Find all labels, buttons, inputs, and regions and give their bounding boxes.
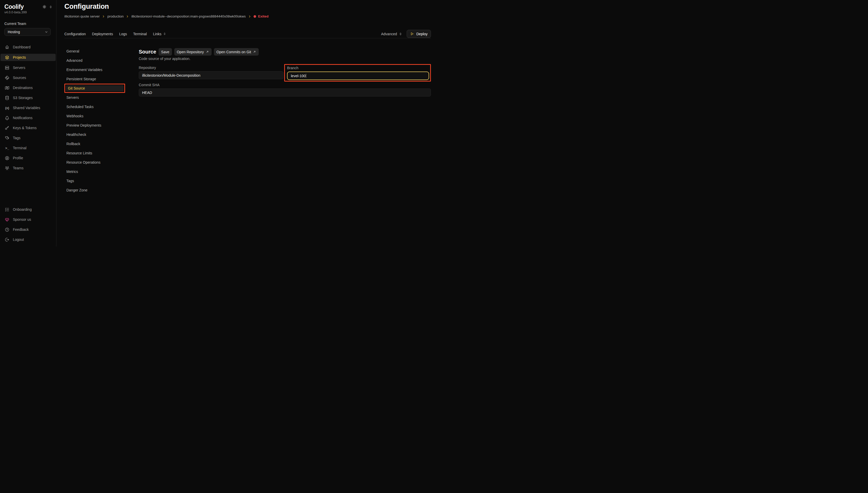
- sidebar-item-label: S3 Storages: [13, 96, 33, 100]
- tab-logs[interactable]: Logs: [119, 32, 127, 36]
- tab-deployments[interactable]: Deployments: [92, 32, 113, 36]
- tab-terminal[interactable]: Terminal: [133, 32, 147, 36]
- sidebar-item-notifications[interactable]: Notifications: [1, 114, 56, 121]
- sidebar-item-projects[interactable]: Projects: [1, 54, 56, 61]
- teams-icon: [5, 166, 9, 171]
- key-icon: [5, 126, 9, 130]
- subnav-item-danger-zone[interactable]: Danger Zone: [64, 187, 125, 193]
- team-select-value: Hosting: [8, 30, 20, 34]
- chevron-right-icon: [248, 15, 251, 18]
- app-window: Coolify v4.0.0-beta.399 Current Team Hos…: [0, 0, 434, 246]
- sidebar-item-sources[interactable]: Sources: [1, 74, 56, 81]
- tags-icon: [5, 135, 9, 141]
- sidebar-item-teams[interactable]: Teams: [1, 165, 56, 171]
- brand-row: Coolify: [0, 0, 56, 10]
- breadcrumb-item[interactable]: illicitonion quote server: [64, 15, 100, 18]
- tab-links[interactable]: Links: [153, 32, 166, 36]
- page-title: Configuration: [64, 3, 431, 10]
- subnav-item-advanced[interactable]: Advanced: [64, 57, 125, 64]
- advanced-menu-label: Advanced: [381, 32, 397, 36]
- subnav-item-git-source[interactable]: Git Source: [66, 85, 124, 91]
- tab-bar: ConfigurationDeploymentsLogsTerminalLink…: [64, 30, 431, 38]
- source-heading: Source: [139, 49, 156, 55]
- subnav-item-resource-limits[interactable]: Resource Limits: [64, 150, 125, 156]
- sidebar-item-label: Sources: [13, 76, 26, 80]
- sidebar-item-label: Tags: [13, 136, 21, 140]
- chevron-right-icon: [102, 15, 105, 18]
- server-icon: [5, 65, 9, 70]
- subnav-item-servers[interactable]: Servers: [64, 94, 125, 101]
- sidebar-item-label: Sponsor us: [13, 217, 31, 221]
- sidebar-item-s3-storages[interactable]: S3 Storages: [1, 94, 56, 101]
- sidebar: Coolify v4.0.0-beta.399 Current Team Hos…: [0, 0, 56, 246]
- deploy-button-label: Deploy: [416, 32, 427, 36]
- status-label: Exited: [258, 15, 269, 18]
- subnav-item-metrics[interactable]: Metrics: [64, 169, 125, 175]
- sidebar-item-label: Destinations: [13, 86, 33, 90]
- sidebar-item-dashboard[interactable]: Dashboard: [1, 44, 56, 50]
- bell-icon: [5, 115, 9, 121]
- sidebar-item-feedback[interactable]: Feedback: [1, 226, 56, 233]
- commit-sha-input[interactable]: HEAD: [139, 88, 431, 97]
- database-icon: [5, 95, 9, 100]
- sidebar-item-label: Feedback: [13, 228, 28, 232]
- layers-icon: [5, 55, 9, 60]
- subnav-item-tags[interactable]: Tags: [64, 178, 125, 184]
- git-source-section: Source Save Open Repository Open Commits…: [139, 48, 431, 193]
- sidebar-item-onboarding[interactable]: Onboarding: [1, 206, 56, 213]
- open-commits-button[interactable]: Open Commits on Git: [214, 48, 259, 56]
- team-select[interactable]: Hosting: [4, 28, 51, 36]
- subnav-item-environment-variables[interactable]: Environment Variables: [64, 67, 125, 73]
- external-link-icon: [253, 50, 256, 53]
- breadcrumb-item[interactable]: illicitestonion/-module--decomposition:m…: [131, 15, 246, 18]
- config-subnav: GeneralAdvancedEnvironment VariablesPers…: [64, 48, 125, 193]
- sidebar-item-terminal[interactable]: >_Terminal: [1, 145, 56, 151]
- sidebar-item-sponsor-us[interactable]: Sponsor us: [1, 216, 56, 223]
- tabbar-divider: [64, 38, 431, 38]
- sidebar-nav: DashboardProjectsServersSourcesDestinati…: [0, 44, 56, 171]
- branch-input-value: level-100: [291, 74, 305, 78]
- subnav-item-healthcheck[interactable]: Healthcheck: [64, 131, 125, 138]
- tab-configuration[interactable]: Configuration: [64, 32, 86, 36]
- sidebar-item-logout[interactable]: Logout: [1, 236, 56, 243]
- sidebar-item-profile[interactable]: Profile: [1, 155, 56, 161]
- open-repository-label: Open Repository: [177, 50, 204, 54]
- sidebar-item-servers[interactable]: Servers: [1, 64, 56, 71]
- source-description: Code source of your application.: [139, 57, 431, 61]
- open-commits-label: Open Commits on Git: [216, 50, 251, 54]
- sidebar-collapse-chevrons-icon[interactable]: [49, 5, 52, 9]
- sidebar-item-label: Keys & Tokens: [13, 126, 37, 130]
- git-source-annotation-box: Git Source: [64, 84, 125, 93]
- subnav-item-resource-operations[interactable]: Resource Operations: [64, 159, 125, 166]
- chevron-down-icon: [44, 30, 48, 34]
- sidebar-item-tags[interactable]: Tags: [1, 134, 56, 141]
- subnav-item-preview-deployments[interactable]: Preview Deployments: [64, 122, 125, 128]
- breadcrumb-item[interactable]: production: [107, 15, 124, 18]
- sidebar-item-label: Shared Variables: [13, 106, 40, 110]
- sidebar-item-destinations[interactable]: Destinations: [1, 84, 56, 91]
- subnav-item-webhooks[interactable]: Webhooks: [64, 113, 125, 119]
- subnav-item-scheduled-tasks[interactable]: Scheduled Tasks: [64, 104, 125, 110]
- sidebar-item-shared-variables[interactable]: (x)Shared Variables: [1, 105, 56, 111]
- subnav-item-persistent-storage[interactable]: Persistent Storage: [64, 76, 125, 82]
- sidebar-item-label: Logout: [13, 237, 24, 242]
- branch-label: Branch: [287, 66, 429, 70]
- repository-input[interactable]: illicitestonion/Module-Decomposition: [139, 71, 283, 79]
- branch-input[interactable]: level-100: [287, 71, 429, 80]
- theme-toggle-sun-icon[interactable]: [42, 5, 47, 10]
- subnav-item-rollback[interactable]: Rollback: [64, 141, 125, 147]
- text-cursor: [306, 74, 306, 78]
- deploy-button[interactable]: Deploy: [407, 30, 431, 38]
- help-icon: [5, 227, 9, 232]
- open-repository-button[interactable]: Open Repository: [174, 48, 212, 56]
- save-button[interactable]: Save: [158, 48, 172, 56]
- advanced-menu-button[interactable]: Advanced: [381, 32, 402, 36]
- map-icon: [5, 85, 9, 90]
- chevron-right-icon: [126, 15, 129, 18]
- main-panel: Configuration illicitonion quote serverp…: [56, 0, 434, 246]
- sidebar-item-label: Onboarding: [13, 207, 31, 212]
- subnav-item-general[interactable]: General: [64, 48, 125, 54]
- sidebar-item-keys-tokens[interactable]: Keys & Tokens: [1, 125, 56, 131]
- play-icon: [410, 32, 414, 36]
- logout-icon: [5, 237, 9, 242]
